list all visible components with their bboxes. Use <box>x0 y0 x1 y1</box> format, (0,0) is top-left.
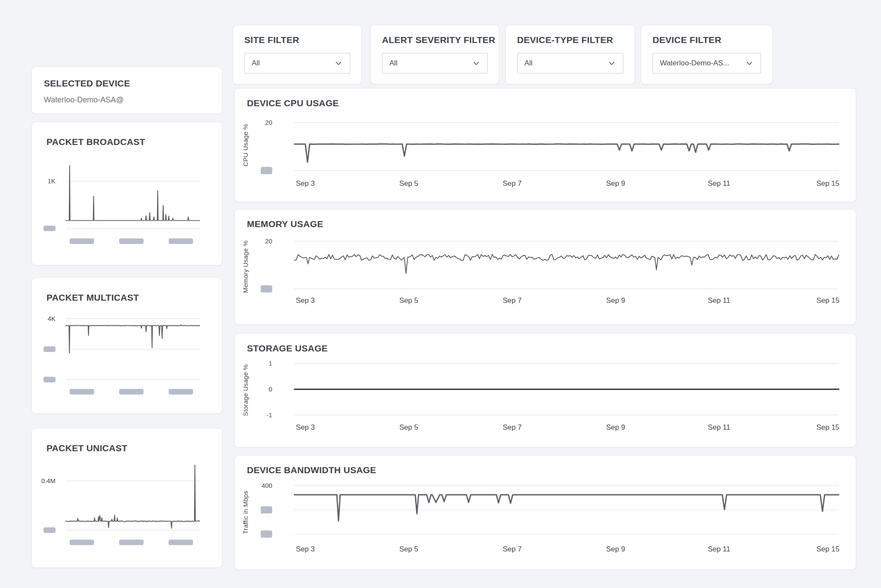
y-tick-placeholder <box>43 225 55 231</box>
alert-severity-filter-value: All <box>389 59 397 68</box>
chevron-down-icon <box>745 59 754 68</box>
x-tick-label: Sep 11 <box>708 545 730 553</box>
x-tick-placeholder <box>169 238 193 244</box>
packet-broadcast-card: PACKET BROADCAST 1K <box>31 122 222 265</box>
x-tick-label: Sep 5 <box>399 423 418 431</box>
alert-severity-filter-select[interactable]: All <box>382 53 488 74</box>
device-cpu-usage-chart-canvas: 20Sep 3Sep 5Sep 7Sep 9Sep 11Sep 15 <box>235 89 856 202</box>
device-type-filter-select[interactable]: All <box>517 53 623 74</box>
x-tick-label: Sep 5 <box>399 296 418 305</box>
device-filter-title: DEVICE FILTER <box>653 35 761 45</box>
device-filter-card: DEVICE FILTER Waterloo-Demo-AS... <box>641 25 773 84</box>
x-tick-placeholder <box>119 539 144 545</box>
x-tick-label: Sep 11 <box>708 296 730 305</box>
y-tick-label: -1 <box>267 412 272 419</box>
x-tick-label: Sep 5 <box>399 179 418 188</box>
selected-device-value: Waterloo-Demo-ASA@ <box>44 95 210 105</box>
x-tick-label: Sep 15 <box>816 179 839 188</box>
y-tick-label: 4K <box>48 315 55 322</box>
y-tick-label: 1K <box>48 178 55 185</box>
packet-multicast-card: PACKET MULTICAST 4K <box>31 277 222 414</box>
y-tick-placeholder <box>261 285 272 292</box>
site-filter-value: All <box>252 59 260 68</box>
y-tick-placeholder <box>261 167 272 174</box>
packet-unicast-card: PACKET UNICAST 0.4M <box>31 428 222 568</box>
y-tick-label: 400 <box>262 482 272 489</box>
alert-severity-filter-card: ALERT SEVERITY FILTER All <box>370 25 499 84</box>
packet-broadcast-chart-canvas: 1K <box>32 122 222 265</box>
site-filter-select[interactable]: All <box>244 53 350 74</box>
y-tick-placeholder <box>43 346 55 352</box>
memory-usage-card: MEMORY USAGE Memory Usage % 20Sep 3Sep 5… <box>234 209 856 325</box>
x-tick-placeholder <box>119 238 144 244</box>
device-filter-select[interactable]: Waterloo-Demo-AS... <box>653 53 761 74</box>
storage-usage-card: STORAGE USAGE Storage Usage % 10-1Sep 3S… <box>234 333 856 447</box>
x-tick-label: Sep 3 <box>296 545 315 553</box>
x-tick-label: Sep 3 <box>296 423 315 431</box>
site-filter-card: SITE FILTER All <box>233 25 362 84</box>
x-tick-label: Sep 7 <box>503 296 522 305</box>
site-filter-title: SITE FILTER <box>244 35 350 45</box>
x-tick-placeholder <box>70 389 94 394</box>
selected-device-card: SELECTED DEVICE Waterloo-Demo-ASA@ <box>31 67 222 114</box>
x-tick-label: Sep 7 <box>503 179 522 188</box>
y-tick-placeholder <box>43 377 55 382</box>
selected-device-title: SELECTED DEVICE <box>44 78 210 89</box>
y-tick-placeholder <box>43 527 55 533</box>
series-line <box>66 465 200 529</box>
x-tick-label: Sep 15 <box>816 545 839 553</box>
device-type-filter-card: DEVICE-TYPE FILTER All <box>505 25 635 84</box>
x-tick-label: Sep 15 <box>816 423 839 431</box>
x-tick-label: Sep 7 <box>503 423 522 431</box>
y-tick-label: 0.4M <box>41 477 55 484</box>
memory-usage-chart-canvas: 20Sep 3Sep 5Sep 7Sep 9Sep 11Sep 15 <box>235 209 856 324</box>
x-tick-placeholder <box>70 238 94 244</box>
network-monitoring-dashboard: SELECTED DEVICE Waterloo-Demo-ASA@ SITE … <box>0 0 881 588</box>
x-tick-label: Sep 7 <box>503 545 522 553</box>
series-line <box>294 255 839 274</box>
x-tick-label: Sep 11 <box>708 423 730 431</box>
x-tick-placeholder <box>119 389 144 394</box>
device-bandwidth-usage-card: DEVICE BANDWIDTH USAGE Traffic in Mbps 4… <box>234 455 856 570</box>
y-tick-label: 20 <box>265 119 272 126</box>
device-type-filter-title: DEVICE-TYPE FILTER <box>517 35 623 45</box>
packet-multicast-chart-canvas: 4K <box>32 278 222 413</box>
x-tick-label: Sep 5 <box>399 545 418 553</box>
x-tick-placeholder <box>169 389 193 394</box>
x-tick-label: Sep 9 <box>606 179 625 188</box>
y-tick-label: 1 <box>269 360 272 367</box>
y-tick-placeholder <box>261 530 272 538</box>
x-tick-label: Sep 9 <box>606 545 625 553</box>
packet-unicast-chart-canvas: 0.4M <box>32 428 222 567</box>
x-tick-label: Sep 9 <box>606 296 625 305</box>
device-cpu-usage-card: DEVICE CPU USAGE CPU Usage % 20Sep 3Sep … <box>234 88 856 202</box>
series-line <box>66 166 200 220</box>
storage-usage-chart-canvas: 10-1Sep 3Sep 5Sep 7Sep 9Sep 11Sep 15 <box>235 334 856 447</box>
x-tick-label: Sep 15 <box>816 296 839 305</box>
series-line <box>294 144 838 162</box>
x-tick-label: Sep 3 <box>296 296 315 305</box>
y-tick-placeholder <box>261 506 272 514</box>
x-tick-placeholder <box>70 539 94 545</box>
y-tick-label: 0 <box>269 386 272 393</box>
x-tick-label: Sep 3 <box>296 179 315 188</box>
device-type-filter-value: All <box>524 59 533 68</box>
x-tick-placeholder <box>169 539 193 545</box>
x-tick-label: Sep 11 <box>708 179 730 188</box>
chevron-down-icon <box>334 59 343 68</box>
device-bandwidth-usage-chart-canvas: 400Sep 3Sep 5Sep 7Sep 9Sep 11Sep 15 <box>235 456 856 570</box>
x-tick-label: Sep 9 <box>606 423 625 431</box>
series-line <box>294 495 838 521</box>
chevron-down-icon <box>472 59 481 68</box>
alert-severity-filter-title: ALERT SEVERITY FILTER <box>382 35 488 45</box>
device-filter-value: Waterloo-Demo-AS... <box>660 59 729 68</box>
chevron-down-icon <box>607 59 616 68</box>
y-tick-label: 20 <box>265 238 272 245</box>
